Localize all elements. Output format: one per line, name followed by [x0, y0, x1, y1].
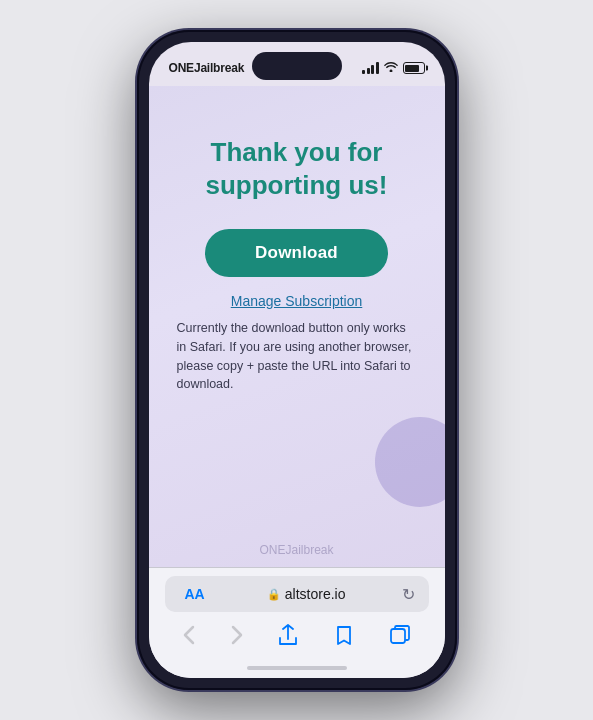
thank-you-title: Thank you for supporting us!: [173, 136, 421, 201]
screen: ONEJailbreak: [149, 42, 445, 678]
content-area: Thank you for supporting us! Download Ma…: [149, 86, 445, 567]
forward-button[interactable]: [223, 621, 251, 649]
bookmarks-button[interactable]: [326, 621, 362, 649]
aa-button[interactable]: AA: [177, 582, 213, 606]
watermark-text: ONEJailbreak: [259, 543, 333, 557]
status-bar: ONEJailbreak: [149, 42, 445, 86]
status-icons: [362, 61, 425, 75]
phone-frame: ONEJailbreak: [137, 30, 457, 690]
wifi-icon: [384, 61, 398, 75]
reload-button[interactable]: ↻: [400, 585, 417, 604]
lock-icon: 🔒: [267, 588, 281, 601]
manage-subscription-link[interactable]: Manage Subscription: [231, 293, 363, 309]
battery-icon: [403, 62, 425, 74]
download-button[interactable]: Download: [205, 229, 388, 277]
url-text-area: 🔒 altstore.io: [219, 586, 394, 602]
signal-icon: [362, 62, 379, 74]
home-bar: [247, 666, 347, 670]
svg-rect-0: [391, 629, 405, 643]
tabs-button[interactable]: [382, 621, 418, 649]
share-button[interactable]: [271, 620, 305, 650]
carrier-text: ONEJailbreak: [169, 61, 245, 75]
url-bar[interactable]: AA 🔒 altstore.io ↻: [165, 576, 429, 612]
browser-actions: [165, 618, 429, 654]
info-text: Currently the download button only works…: [173, 319, 421, 394]
browser-bar: AA 🔒 altstore.io ↻: [149, 567, 445, 658]
back-button[interactable]: [175, 621, 203, 649]
home-indicator: [149, 658, 445, 678]
url-domain: altstore.io: [285, 586, 346, 602]
dynamic-island: [252, 52, 342, 80]
